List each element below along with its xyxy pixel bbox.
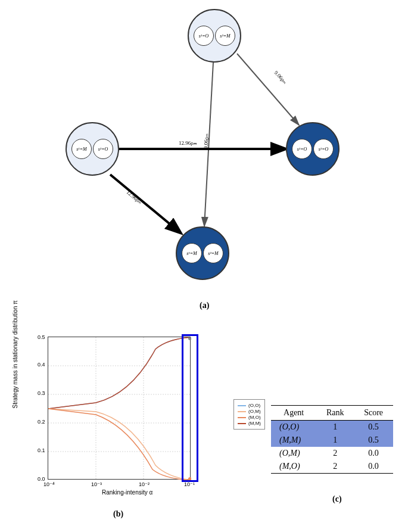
xtick-2: 10⁻²	[139, 481, 150, 487]
cell-rank: 1	[316, 421, 354, 434]
ylabel: Strategy mass in stationary distribution…	[12, 300, 18, 408]
table-row: (M,O) 2 0.0	[271, 460, 393, 474]
ytick-4: 0.4	[38, 362, 45, 368]
node-left-s2: s²=O	[93, 139, 113, 159]
node-left-s1: s¹=M	[71, 139, 92, 159]
node-bottom-s1: s¹=M	[182, 243, 202, 263]
node-right: s¹=O s²=O	[286, 122, 340, 176]
caption-c: (c)	[332, 494, 342, 504]
th-agent: Agent	[271, 406, 316, 421]
cell-score: 0.0	[354, 447, 393, 460]
legend-1: (O,M)	[248, 409, 260, 414]
caption-a: (a)	[200, 301, 209, 310]
cell-rank: 2	[316, 447, 354, 460]
node-right-s1: s¹=O	[292, 139, 312, 159]
th-rank: Rank	[316, 406, 354, 421]
ytick-3: 0.3	[38, 390, 45, 396]
edge-label-tr: 9.06ρₘ	[273, 70, 288, 85]
node-bottom: s¹=M s²=M	[176, 226, 229, 280]
edge-label-lr: 12.96ρₘ	[179, 140, 197, 146]
node-top-s1: s¹=O	[194, 26, 214, 46]
cell-agent: (M,O)	[279, 462, 300, 471]
xtick-1: 10⁻³	[91, 481, 102, 487]
table-row: (O,M) 2 0.0	[271, 447, 393, 460]
legend-0: (O,O)	[248, 403, 260, 408]
xlabel: Ranking-intensity α	[102, 489, 152, 496]
cell-agent: (O,O)	[279, 422, 299, 431]
ytick-1: 0.1	[38, 447, 45, 453]
cell-agent: (M,M)	[279, 435, 301, 444]
cell-rank: 1	[316, 434, 354, 447]
panel-c-table: Agent Rank Score (O,O) 1 0.5 (M,M) 1 0.5…	[271, 405, 393, 474]
cell-score: 0.5	[354, 421, 393, 434]
chart-area: Ranking-intensity α 0.0 0.1 0.2 0.3 0.4 …	[48, 337, 191, 480]
xtick-3: 10⁻¹	[184, 481, 195, 487]
svg-line-0	[237, 54, 299, 125]
table-row: (M,M) 1 0.5	[271, 434, 393, 447]
edge-label-lb: 12.96ρₘ	[125, 189, 143, 205]
chart-svg	[48, 337, 191, 480]
legend-3: (M,M)	[248, 421, 261, 426]
node-top: s¹=O s²=M	[188, 9, 241, 63]
cell-score: 0.0	[354, 460, 393, 474]
node-right-s2: s²=O	[313, 139, 334, 159]
node-left: s¹=M s²=O	[66, 122, 119, 176]
node-top-s2: s²=M	[215, 26, 235, 46]
edge-label-tb: 9.06ρₘ	[203, 133, 209, 150]
node-bottom-s2: s²=M	[203, 243, 223, 263]
ytick-5: 0.5	[38, 334, 45, 340]
legend: (O,O) (O,M) (M,O) (M,M)	[233, 399, 265, 430]
panel-a-diagram: s¹=O s²=M s¹=M s²=O s¹=O s²=O s¹=M s²=M …	[54, 6, 340, 286]
caption-b: (b)	[113, 509, 123, 519]
panel-b-chart: Strategy mass in stationary distribution…	[21, 331, 229, 497]
cell-score: 0.5	[354, 434, 393, 447]
legend-2: (M,O)	[248, 415, 260, 420]
cell-rank: 2	[316, 460, 354, 474]
th-score: Score	[354, 406, 393, 421]
table-row: (O,O) 1 0.5	[271, 421, 393, 434]
cell-agent: (O,M)	[279, 449, 300, 458]
ytick-2: 0.2	[38, 419, 45, 425]
highlight-box	[182, 334, 198, 482]
ranking-table: Agent Rank Score (O,O) 1 0.5 (M,M) 1 0.5…	[271, 405, 393, 474]
xtick-0: 10⁻⁴	[43, 481, 55, 487]
svg-line-3	[110, 175, 180, 232]
